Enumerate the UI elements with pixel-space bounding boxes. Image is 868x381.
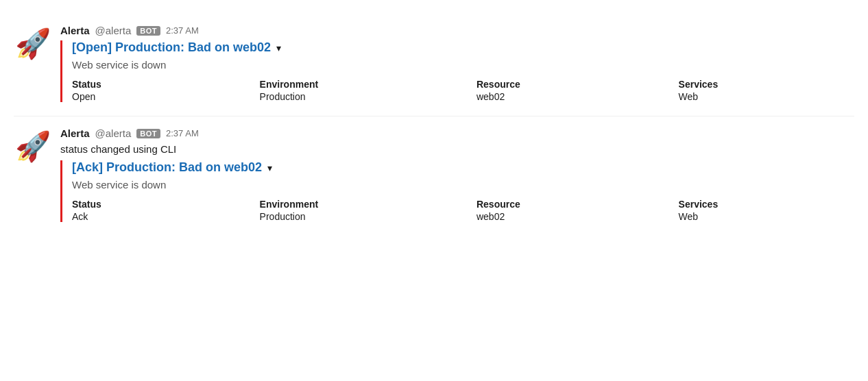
status-label-2: Status [72, 199, 238, 211]
environment-label-1: Environment [260, 79, 455, 91]
message-content-2: Alerta @alerta BOT 2:37 AM status change… [60, 127, 854, 222]
alert-fields-2: Status Environment Resource Services Ack… [72, 199, 854, 222]
resource-label-2: Resource [477, 199, 657, 211]
resource-label-1: Resource [477, 79, 657, 91]
alert-card-2: [Ack] Production: Bad on web02 ▾ Web ser… [60, 160, 854, 222]
alert-title-text-1[interactable]: [Open] Production: Bad on web02 [72, 40, 271, 55]
services-value-1: Web [679, 91, 854, 102]
message-header-1: Alerta @alerta BOT 2:37 AM [60, 25, 854, 36]
alert-title-1: [Open] Production: Bad on web02 ▾ [72, 40, 854, 55]
message-block-1: 🚀 Alerta @alerta BOT 2:37 AM [Open] Prod… [0, 14, 868, 116]
status-label-1: Status [72, 79, 238, 91]
avatar-1: 🚀 [14, 25, 52, 63]
services-value-2: Web [679, 211, 854, 222]
services-label-1: Services [679, 79, 854, 91]
alert-description-2: Web service is down [72, 179, 854, 190]
services-label-2: Services [679, 199, 854, 211]
message-header-2: Alerta @alerta BOT 2:37 AM [60, 127, 854, 139]
message-content-1: Alerta @alerta BOT 2:37 AM [Open] Produc… [60, 25, 854, 102]
avatar-2: 🚀 [14, 127, 52, 166]
status-value-2: Ack [72, 211, 238, 222]
timestamp-2: 2:37 AM [166, 128, 199, 138]
resource-value-2: web02 [477, 211, 657, 222]
status-value-1: Open [72, 91, 238, 102]
alert-description-1: Web service is down [72, 59, 854, 71]
username-1: Alerta [60, 25, 90, 36]
resource-value-1: web02 [477, 91, 657, 102]
message-block-2: 🚀 Alerta @alerta BOT 2:37 AM status chan… [0, 116, 868, 236]
alert-title-2: [Ack] Production: Bad on web02 ▾ [72, 160, 854, 175]
bot-badge-2: BOT [136, 129, 160, 138]
environment-value-1: Production [260, 91, 455, 102]
handle-1: @alerta [95, 25, 132, 36]
environment-label-2: Environment [260, 199, 455, 211]
alert-fields-1: Status Environment Resource Services Ope… [72, 79, 854, 102]
username-2: Alerta [60, 127, 90, 139]
environment-value-2: Production [260, 211, 455, 222]
chevron-down-icon-1[interactable]: ▾ [276, 42, 281, 53]
alert-card-1: [Open] Production: Bad on web02 ▾ Web se… [60, 40, 854, 102]
timestamp-1: 2:37 AM [166, 25, 199, 36]
bot-badge-1: BOT [136, 26, 160, 36]
handle-2: @alerta [95, 127, 132, 139]
chevron-down-icon-2[interactable]: ▾ [267, 162, 272, 173]
alert-title-text-2[interactable]: [Ack] Production: Bad on web02 [72, 160, 262, 175]
status-changed-text: status changed using CLI [60, 143, 854, 155]
